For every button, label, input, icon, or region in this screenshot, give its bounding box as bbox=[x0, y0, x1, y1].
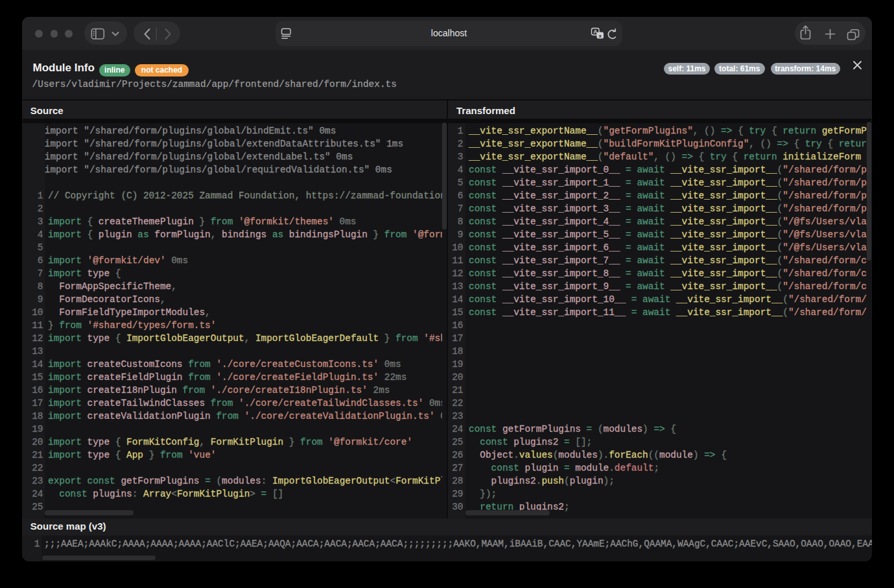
svg-text:x: x bbox=[599, 33, 602, 39]
svg-text:A: A bbox=[593, 29, 597, 35]
